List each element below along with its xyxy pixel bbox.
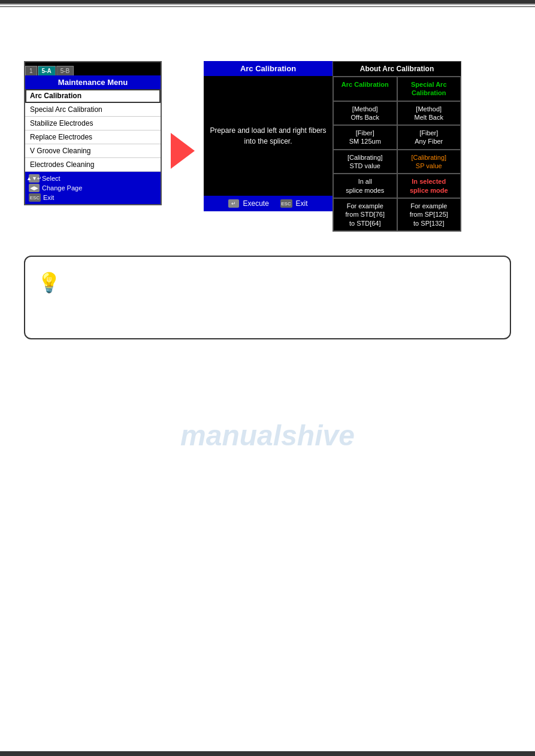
row2-col1: [Fiber]SM 125um: [333, 125, 397, 150]
arc-calibration-panel: Arc Calibration Prepare and load left an…: [204, 61, 333, 211]
menu-item-vgroove[interactable]: V Groove Cleaning: [25, 144, 161, 158]
footer-exit: ESC Exit: [29, 193, 157, 202]
select-keys: ▲▼↵: [29, 174, 40, 183]
execute-key-icon: ↵: [228, 199, 239, 208]
bottom-border: [0, 751, 535, 756]
tab-bar: 1 5-A 5-B: [25, 62, 161, 75]
col1-header: Arc Calibration: [333, 77, 397, 101]
row4-col2: In selectedsplice mode: [397, 174, 461, 198]
row4-col1: In allsplice modes: [333, 174, 397, 198]
menu-title: Maintenance Menu: [25, 75, 161, 89]
row3-col2: [Calibrating]SP value: [397, 150, 461, 174]
screenshot-container: 1 5-A 5-B Maintenance Menu Arc Calibrati…: [24, 61, 511, 232]
menu-item-special-arc[interactable]: Special Arc Calibration: [25, 103, 161, 117]
esc-key: ESC: [29, 193, 41, 202]
bulb-icon: 💡: [37, 271, 61, 294]
menu-item-arc-calibration[interactable]: Arc Calibration: [25, 89, 161, 103]
about-grid: Arc Calibration Special Arc Calibration …: [333, 77, 461, 231]
arc-esc-key: ESC: [280, 199, 292, 208]
menu-item-replace[interactable]: Replace Electrodes: [25, 130, 161, 144]
top-border: [0, 0, 535, 5]
exit-label: Exit: [43, 194, 54, 201]
execute-label[interactable]: Execute: [243, 199, 268, 208]
change-label: Change Page: [42, 184, 82, 192]
menu-footer: ▲▼↵ Select ◀▶ Change Page ESC Exit: [25, 172, 161, 204]
about-arc-panel: About Arc Calibration Arc Calibration Sp…: [333, 61, 461, 232]
maintenance-menu: 1 5-A 5-B Maintenance Menu Arc Calibrati…: [24, 61, 162, 205]
row5-col2: For examplefrom SP[125]to SP[132]: [397, 198, 461, 231]
tab-5b[interactable]: 5-B: [56, 66, 74, 75]
arc-exit-label[interactable]: Exit: [296, 199, 308, 208]
next-arrow-icon: [171, 133, 195, 169]
row1-col2: [Method]Melt Back: [397, 101, 461, 126]
main-content: 1 5-A 5-B Maintenance Menu Arc Calibrati…: [0, 7, 535, 357]
footer-select: ▲▼↵ Select: [29, 174, 157, 183]
change-keys: ◀▶: [29, 184, 40, 192]
about-panel-title: About Arc Calibration: [333, 62, 461, 77]
menu-item-electrodes[interactable]: Electrodes Cleaning: [25, 158, 161, 172]
arc-panel-title: Arc Calibration: [204, 61, 333, 76]
arc-panel-footer: ↵ Execute ESC Exit: [204, 196, 333, 211]
arc-panel-display: Prepare and load left and right fibers i…: [204, 76, 333, 196]
tab-1[interactable]: 1: [25, 66, 37, 75]
tip-box: 💡: [24, 256, 511, 339]
select-label: Select: [42, 175, 61, 182]
tab-5a[interactable]: 5-A: [38, 66, 56, 75]
watermark: manualshive: [180, 419, 355, 452]
row2-col2: [Fiber]Any Fiber: [397, 125, 461, 150]
arrow-container: [162, 61, 204, 169]
footer-change: ◀▶ Change Page: [29, 184, 157, 192]
arc-panel-instruction: Prepare and load left and right fibers i…: [204, 119, 333, 153]
row5-col1: For examplefrom STD[76]to STD[64]: [333, 198, 397, 231]
row3-col1: [Calibrating]STD value: [333, 150, 397, 174]
col2-header: Special Arc Calibration: [397, 77, 461, 101]
menu-item-stabilize[interactable]: Stabilize Electrodes: [25, 117, 161, 130]
row1-col1: [Method]Offs Back: [333, 101, 397, 126]
